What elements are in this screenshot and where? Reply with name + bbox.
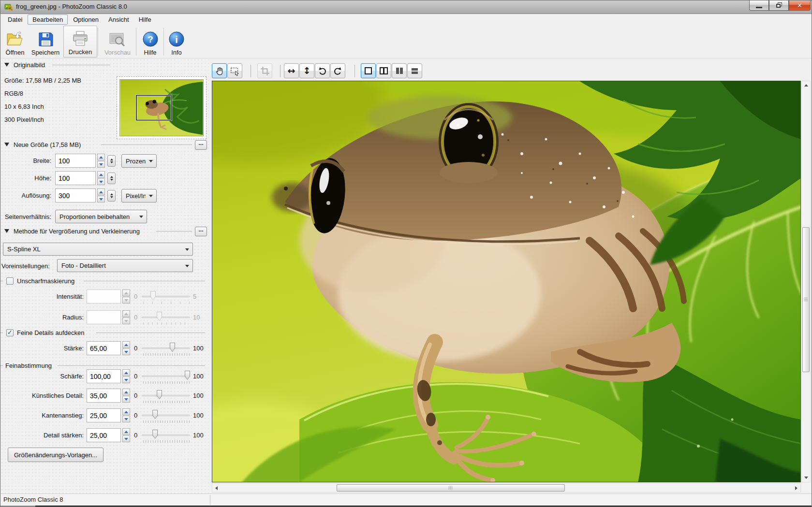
close-button[interactable]: ✕ bbox=[789, 0, 811, 11]
method-more-button[interactable]: ... bbox=[195, 227, 207, 236]
artificial-detail-input[interactable] bbox=[87, 389, 121, 403]
sharpness-spinner[interactable] bbox=[122, 369, 130, 383]
menu-bearbeiten[interactable]: Bearbeiten bbox=[28, 14, 68, 25]
resolution-label: Auflösung: bbox=[22, 192, 51, 199]
size-unit-select[interactable]: Prozent bbox=[121, 154, 157, 168]
edge-boost-input[interactable] bbox=[87, 408, 121, 422]
detail-boost-spinner[interactable] bbox=[122, 428, 130, 442]
menu-datei[interactable]: Datei bbox=[3, 15, 27, 24]
help-button[interactable]: ? Hilfe bbox=[137, 26, 163, 58]
preview-icon bbox=[108, 32, 127, 47]
photozoom-window: frog_green.jpg - PhotoZoom Classic 8.0 ✕… bbox=[0, 0, 812, 507]
strength-slider[interactable] bbox=[142, 341, 190, 356]
method-select[interactable]: S-Spline XL bbox=[3, 243, 193, 256]
detail-boost-label: Detail stärken: bbox=[44, 432, 84, 439]
presets-select[interactable]: Foto - Detailliert bbox=[57, 259, 193, 272]
width-spinner[interactable] bbox=[97, 154, 105, 168]
height-spinner[interactable] bbox=[97, 171, 105, 185]
marquee-tool-button[interactable] bbox=[227, 63, 242, 78]
section-new-size[interactable]: Neue Größe (17,58 MB) bbox=[0, 140, 81, 149]
scroll-right-button[interactable] bbox=[792, 484, 800, 492]
sharpness-slider[interactable] bbox=[142, 369, 190, 384]
menu-bar: Datei Bearbeiten Optionen Ansicht Hilfe bbox=[0, 14, 812, 25]
image-toolbar-separator bbox=[251, 65, 251, 77]
original-colormode: RGB/8 bbox=[4, 90, 23, 97]
restore-button[interactable] bbox=[769, 0, 789, 11]
detail-boost-slider[interactable] bbox=[142, 428, 190, 443]
vertical-scroll-thumb[interactable] bbox=[802, 227, 810, 372]
app-icon bbox=[4, 3, 13, 11]
strength-input[interactable] bbox=[87, 341, 121, 355]
open-button[interactable]: Öffnen bbox=[1, 26, 29, 58]
new-size-more-button[interactable]: ... bbox=[195, 140, 207, 150]
image-canvas[interactable] bbox=[212, 81, 801, 482]
fine-tuning-label: Feinabstimmung bbox=[5, 362, 52, 369]
edge-boost-spinner[interactable] bbox=[122, 408, 130, 422]
rotate-right-button[interactable] bbox=[330, 63, 345, 78]
flip-horizontal-button[interactable]: ↔ bbox=[284, 63, 299, 78]
help-icon: ? bbox=[142, 31, 159, 47]
scroll-left-button[interactable] bbox=[212, 484, 221, 492]
resolution-input[interactable] bbox=[55, 188, 96, 203]
navigator-thumbnail[interactable] bbox=[117, 76, 207, 139]
scroll-up-button[interactable] bbox=[802, 81, 810, 89]
collapse-triangle-icon bbox=[4, 63, 9, 67]
main-toolbar: Öffnen Speichern Drucke bbox=[0, 25, 812, 58]
intensity-spinner bbox=[122, 290, 130, 304]
scroll-down-button[interactable] bbox=[802, 474, 810, 482]
info-button[interactable]: i Info bbox=[165, 26, 188, 58]
unsharp-checkbox[interactable] bbox=[6, 277, 14, 285]
width-label: Breite: bbox=[33, 157, 51, 164]
width-input[interactable] bbox=[55, 154, 96, 168]
edge-boost-label: Kantenanstieg: bbox=[42, 412, 84, 419]
width-preset-button[interactable] bbox=[107, 155, 116, 167]
height-preset-button[interactable] bbox=[107, 173, 116, 184]
rotate-left-button[interactable] bbox=[315, 63, 330, 78]
minimize-button[interactable] bbox=[749, 0, 769, 11]
flip-vertical-button[interactable]: ↕ bbox=[299, 63, 314, 78]
edge-boost-slider[interactable] bbox=[142, 408, 190, 423]
save-floppy-icon bbox=[38, 31, 54, 47]
resize-templates-button[interactable]: Größenänderungs-Vorlagen... bbox=[8, 448, 103, 462]
fine-detail-checkbox[interactable] bbox=[6, 329, 14, 336]
vertical-scrollbar[interactable] bbox=[801, 81, 811, 482]
aspect-label: Seitenverhältnis: bbox=[5, 213, 51, 220]
flip-horizontal-icon: ↔ bbox=[288, 66, 295, 75]
radius-label: Radius: bbox=[62, 314, 84, 321]
menu-hilfe[interactable]: Hilfe bbox=[134, 15, 156, 24]
horizontal-scroll-thumb[interactable] bbox=[337, 484, 565, 492]
view-stacked-button[interactable] bbox=[407, 63, 422, 78]
height-input[interactable] bbox=[55, 171, 96, 185]
view-side-by-side-button[interactable] bbox=[392, 63, 407, 78]
split-view-icon bbox=[380, 67, 388, 74]
strength-spinner[interactable] bbox=[122, 341, 130, 355]
aspect-select[interactable]: Proportionen beibehalten bbox=[55, 210, 147, 223]
section-method[interactable]: Methode für Vergrößerung und Verkleineru… bbox=[0, 226, 140, 236]
save-button[interactable]: Speichern bbox=[29, 26, 62, 58]
artificial-detail-slider[interactable] bbox=[142, 389, 190, 403]
menu-optionen[interactable]: Optionen bbox=[69, 15, 103, 24]
menu-ansicht[interactable]: Ansicht bbox=[104, 15, 133, 24]
sharpness-input[interactable] bbox=[87, 369, 121, 383]
toolbar-separator bbox=[163, 28, 164, 56]
status-bar: PhotoZoom Classic 8 bbox=[0, 493, 812, 506]
marquee-icon bbox=[230, 66, 240, 76]
image-toolbar-separator bbox=[280, 65, 281, 77]
view-single-button[interactable] bbox=[361, 63, 376, 78]
resolution-unit-select[interactable]: Pixel/Inch bbox=[121, 189, 157, 203]
status-text: PhotoZoom Classic 8 bbox=[3, 496, 63, 503]
artificial-detail-spinner[interactable] bbox=[122, 389, 130, 403]
crop-icon bbox=[260, 66, 270, 76]
chevron-down-icon bbox=[139, 216, 143, 218]
view-split-button[interactable] bbox=[376, 63, 391, 78]
section-original[interactable]: Originalbild bbox=[0, 60, 45, 70]
resolution-preset-button[interactable] bbox=[107, 190, 116, 202]
horizontal-scrollbar[interactable] bbox=[212, 483, 801, 493]
window-title: frog_green.jpg - PhotoZoom Classic 8.0 bbox=[16, 3, 127, 10]
print-button[interactable]: Drucken bbox=[63, 26, 97, 58]
hand-tool-button[interactable] bbox=[212, 63, 227, 78]
status-divider bbox=[210, 495, 210, 505]
resolution-spinner[interactable] bbox=[97, 188, 105, 203]
crop-tool-button bbox=[257, 63, 272, 78]
detail-boost-input[interactable] bbox=[87, 428, 121, 442]
